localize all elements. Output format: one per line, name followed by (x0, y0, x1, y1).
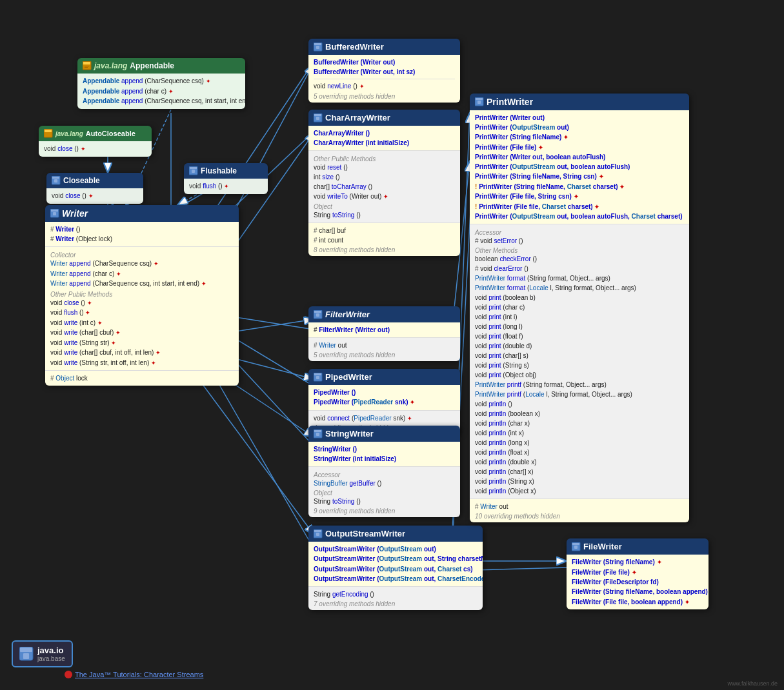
svg-rect-34 (54, 179, 57, 182)
fw-fields: # Writer out 5 overriding methods hidden (308, 337, 460, 361)
svg-rect-66 (20, 647, 32, 652)
svg-rect-67 (23, 653, 29, 659)
writer-om5: void write (String str) ✦ (50, 338, 234, 348)
link-circle-icon (65, 671, 72, 678)
printwriter-other-label: Other Methods (475, 247, 684, 254)
sw-c2: StringWriter (int initialSize) (314, 454, 455, 464)
svg-rect-49 (316, 313, 319, 317)
flushable-body: void flush () ✦ (184, 179, 268, 194)
caw-icon (314, 113, 323, 123)
sw-obj-label: Object (314, 489, 455, 497)
writer-constructors: # Writer () # Writer (Object lock) (45, 222, 239, 246)
printwriter-om20: void println (long x) (475, 438, 684, 448)
svg-rect-37 (192, 170, 195, 173)
writer-om1: void close () ✦ (50, 298, 234, 308)
chararraywriter-box: CharArrayWriter CharArrayWriter () CharA… (308, 110, 460, 256)
svg-rect-46 (316, 117, 319, 120)
tutorial-link-container[interactable]: The Java™ Tutorials: Character Streams (65, 671, 203, 678)
appendable-box: java.lang Appendable Appendable append (… (77, 58, 245, 109)
appendable-icon (83, 61, 92, 70)
filewriter-icon (572, 542, 581, 551)
autocloseable-header: java.lang AutoCloseable (39, 126, 152, 141)
flushable-icon (189, 166, 198, 175)
printwriter-om13: void print (Object obj) (475, 370, 684, 380)
caw-body: CharArrayWriter () CharArrayWriter (int … (308, 126, 460, 150)
closeable-header: Closeable (46, 173, 143, 188)
writer-name: Writer (62, 208, 88, 219)
printwriter-om1: boolean checkError () (475, 254, 684, 264)
flushable-name: Flushable (201, 166, 237, 175)
printwriter-om18: void println (char x) (475, 419, 684, 428)
caw-methods: Other Public Methods void reset () int s… (308, 150, 460, 222)
printwriter-c3: PrintWriter (String fileName) ✦ (475, 132, 684, 143)
sw-obj-m1: String toString () (314, 497, 455, 506)
svg-rect-58 (316, 533, 319, 536)
pw-c2: PipedWriter (PipedReader snk) ✦ (314, 397, 455, 408)
bw-c2: BufferedWriter (Writer out, int sz) (314, 67, 455, 77)
writer-fields: # Object lock (45, 370, 239, 386)
svg-rect-27 (83, 62, 90, 64)
closeable-box: Closeable void close () ✦ (46, 173, 143, 204)
printwriter-c10: ! PrintWriter (File file, Charset charse… (475, 202, 684, 212)
osw-header: OutputStreamWriter (308, 526, 483, 542)
svg-rect-42 (314, 43, 321, 45)
fw-body: # FilterWriter (Writer out) (308, 322, 460, 337)
osw-m1: String getEncoding () (314, 589, 477, 599)
caw-f2: # int count (314, 235, 455, 245)
filewriter-box: FileWriter FileWriter (String fileName) … (567, 538, 709, 609)
svg-rect-55 (316, 433, 319, 436)
bufferedwriter-header: BufferedWriter (308, 39, 460, 55)
printwriter-om4: PrintWriter format (Locale l, String for… (475, 283, 684, 293)
printwriter-hidden: 10 overriding methods hidden (475, 513, 684, 520)
printwriter-om14: PrintWriter printf (String format, Objec… (475, 380, 684, 389)
svg-rect-45 (314, 114, 321, 116)
tutorial-link[interactable]: The Java™ Tutorials: Character Streams (75, 671, 203, 678)
appendable-header: java.lang Appendable (77, 58, 245, 74)
pipedwriter-header: PipedWriter (308, 369, 460, 385)
osw-name: OutputStreamWriter (325, 529, 405, 538)
printwriter-om8: void print (long l) (475, 322, 684, 331)
outputstreamwriter-box: OutputStreamWriter OutputStreamWriter (O… (308, 526, 483, 610)
appendable-body: Appendable append (CharSequence csq) ✦ A… (77, 74, 245, 109)
printwriter-om22: void println (double x) (475, 457, 684, 467)
svg-rect-36 (190, 167, 197, 169)
pw-body: PipedWriter () PipedWriter (PipedReader … (308, 385, 460, 410)
fw-c1: # FilterWriter (Writer out) (314, 325, 455, 335)
filewriter-c5: FileWriter (File file, boolean append) ✦ (572, 597, 703, 607)
osw-hidden: 7 overriding methods hidden (314, 600, 477, 607)
svg-rect-54 (314, 430, 321, 432)
closeable-name: Closeable (63, 176, 100, 185)
caw-f1: # char[] buf (314, 226, 455, 235)
writer-om7: void write (String str, int off, int len… (50, 358, 234, 368)
printwriter-c11: PrintWriter (OutputStream out, boolean a… (475, 212, 684, 221)
caw-obj-label: Object (314, 203, 455, 210)
svg-rect-60 (476, 98, 483, 100)
writer-f1: # Object lock (50, 373, 234, 383)
svg-rect-40 (53, 212, 56, 215)
filewriter-header: FileWriter (567, 538, 709, 555)
caw-name: CharArrayWriter (325, 113, 390, 123)
stringwriter-box: StringWriter StringWriter () StringWrite… (308, 426, 460, 517)
closeable-m1: void close () ✦ (52, 191, 138, 201)
autocloseable-icon (44, 129, 53, 138)
bw-c1: BufferedWriter (Writer out) (314, 57, 455, 67)
osw-c4: OutputStreamWriter (OutputStream out, Ch… (314, 574, 477, 584)
printwriter-om15: PrintWriter printf (Locale l, String for… (475, 389, 684, 399)
filewriter-c3: FileWriter (FileDescriptor fd) (572, 577, 703, 587)
sw-m1: StringBuffer getBuffer () (314, 478, 455, 488)
flushable-header: Flushable (184, 163, 268, 179)
bufferedwriter-body: BufferedWriter (Writer out) BufferedWrit… (308, 55, 460, 103)
fw-hidden: 5 overriding methods hidden (314, 351, 455, 359)
filewriter-name: FileWriter (583, 542, 622, 551)
pw-name: PipedWriter (325, 372, 372, 382)
printwriter-om9: void print (float f) (475, 331, 684, 341)
printwriter-om6: void print (char c) (475, 302, 684, 312)
printwriter-om3: PrintWriter format (String format, Objec… (475, 273, 684, 283)
bufferedwriter-name: BufferedWriter (325, 42, 384, 52)
writer-om2: void flush () ✦ (50, 308, 234, 318)
appendable-m3: Appendable append (CharSequence csq, int… (83, 96, 240, 106)
appendable-m1: Appendable append (CharSequence csq) ✦ (83, 76, 240, 86)
sw-c1: StringWriter () (314, 444, 455, 454)
caw-m2: int size () (314, 172, 455, 182)
writer-om3: void write (int c) ✦ (50, 318, 234, 328)
